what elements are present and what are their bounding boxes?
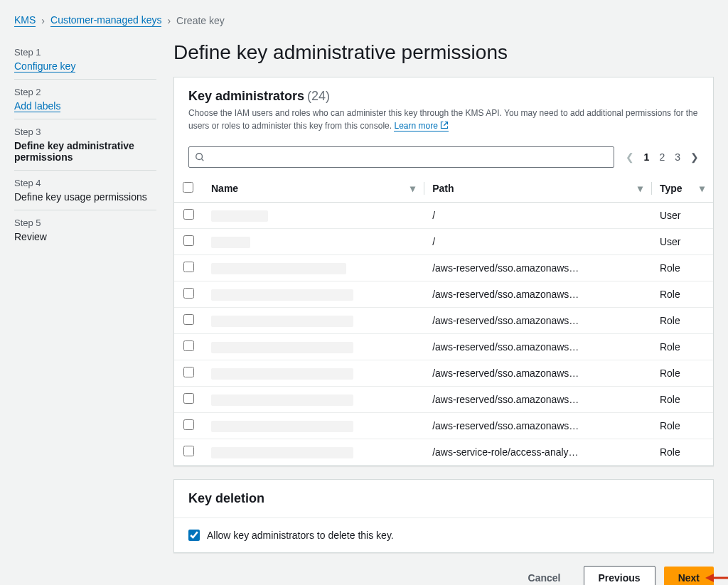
row-path: /aws-reserved/sso.amazonaws… <box>424 308 651 334</box>
row-type: Role <box>651 439 713 466</box>
step-4-title: Define key usage permissions <box>14 191 156 203</box>
row-type: Role <box>651 387 713 413</box>
table-row: /aws-reserved/sso.amazonaws…Role <box>174 334 713 360</box>
page-title: Define key administrative permissions <box>173 41 714 64</box>
row-path: / <box>424 229 651 255</box>
row-checkbox[interactable] <box>183 419 194 430</box>
row-type: Role <box>651 255 713 281</box>
wizard-steps-sidebar: Step 1 Configure key Step 2 Add labels S… <box>14 40 156 585</box>
panel-count: (24) <box>307 89 330 103</box>
row-type: Role <box>651 334 713 360</box>
step-3-label: Step 3 <box>14 127 156 137</box>
row-name-redacted <box>211 395 353 406</box>
col-path[interactable]: Path▾ <box>424 175 651 203</box>
row-checkbox[interactable] <box>183 393 194 404</box>
breadcrumb-kms[interactable]: KMS <box>14 14 36 27</box>
table-row: /aws-service-role/access-analy…Role <box>174 439 713 466</box>
cancel-button[interactable]: Cancel <box>514 567 575 585</box>
page-2[interactable]: 2 <box>659 151 665 163</box>
step-5-label: Step 5 <box>14 218 156 228</box>
row-checkbox[interactable] <box>183 367 194 377</box>
administrators-table: Name▾ Path▾ Type▾ /User/User/aws-reserve… <box>174 175 713 466</box>
step-5-title: Review <box>14 231 156 242</box>
row-type: Role <box>651 413 713 439</box>
sort-icon: ▾ <box>410 183 415 194</box>
row-path: /aws-reserved/sso.amazonaws… <box>424 387 651 413</box>
search-input-wrapper[interactable] <box>188 146 614 168</box>
chevron-right-icon: › <box>41 15 45 26</box>
pagination: ❮ 1 2 3 ❯ <box>626 151 699 163</box>
external-link-icon <box>440 121 449 129</box>
row-name-redacted <box>211 421 353 432</box>
row-name-redacted <box>211 289 353 301</box>
page-next[interactable]: ❯ <box>690 151 699 163</box>
step-1-link[interactable]: Configure key <box>14 60 75 73</box>
row-name-redacted <box>211 316 353 327</box>
row-checkbox[interactable] <box>183 209 194 220</box>
row-path: / <box>424 203 651 229</box>
row-checkbox[interactable] <box>183 340 194 351</box>
breadcrumb-cmk[interactable]: Customer-managed keys <box>50 14 161 27</box>
page-3[interactable]: 3 <box>675 151 680 163</box>
select-all-checkbox[interactable] <box>183 182 193 193</box>
row-type: User <box>651 203 713 229</box>
breadcrumb: KMS › Customer-managed keys › Create key <box>14 7 714 34</box>
row-path: /aws-reserved/sso.amazonaws… <box>424 413 651 439</box>
sort-icon: ▾ <box>700 183 705 194</box>
svg-point-0 <box>196 154 203 160</box>
search-input[interactable] <box>210 151 608 163</box>
row-type: User <box>651 229 713 255</box>
step-2-link[interactable]: Add labels <box>14 100 60 112</box>
row-checkbox[interactable] <box>183 235 194 246</box>
table-row: /User <box>174 229 713 255</box>
row-type: Role <box>651 308 713 334</box>
row-name-redacted <box>211 237 250 248</box>
row-path: /aws-reserved/sso.amazonaws… <box>424 255 651 281</box>
table-row: /aws-reserved/sso.amazonaws…Role <box>174 360 713 387</box>
step-3-title: Define key administrative permissions <box>14 140 156 163</box>
table-row: /aws-reserved/sso.amazonaws…Role <box>174 281 713 308</box>
allow-delete-label: Allow key administrators to delete this … <box>207 530 394 541</box>
col-type[interactable]: Type▾ <box>651 175 713 203</box>
row-checkbox[interactable] <box>183 262 194 272</box>
row-path: /aws-service-role/access-analy… <box>424 439 651 466</box>
table-row: /aws-reserved/sso.amazonaws…Role <box>174 387 713 413</box>
key-deletion-panel: Key deletion Allow key administrators to… <box>173 479 714 553</box>
learn-more-link[interactable]: Learn more <box>394 121 449 132</box>
table-row: /User <box>174 203 713 229</box>
chevron-right-icon: › <box>167 15 171 26</box>
table-row: /aws-reserved/sso.amazonaws…Role <box>174 308 713 334</box>
step-1-label: Step 1 <box>14 47 156 58</box>
row-type: Role <box>651 360 713 387</box>
step-2-label: Step 2 <box>14 87 156 97</box>
table-row: /aws-reserved/sso.amazonaws…Role <box>174 255 713 281</box>
svg-marker-2 <box>705 574 714 582</box>
row-type: Role <box>651 281 713 308</box>
col-name[interactable]: Name▾ <box>203 175 424 203</box>
row-name-redacted <box>211 263 346 274</box>
row-checkbox[interactable] <box>183 288 194 299</box>
page-prev[interactable]: ❮ <box>626 151 634 163</box>
page-1[interactable]: 1 <box>644 151 650 163</box>
panel-description: Choose the IAM users and roles who can a… <box>188 107 699 132</box>
row-name-redacted <box>211 210 268 222</box>
table-row: /aws-reserved/sso.amazonaws…Role <box>174 413 713 439</box>
row-path: /aws-reserved/sso.amazonaws… <box>424 360 651 387</box>
row-path: /aws-reserved/sso.amazonaws… <box>424 334 651 360</box>
footer-buttons: Cancel Previous Next <box>173 566 714 585</box>
row-checkbox[interactable] <box>183 446 194 456</box>
row-path: /aws-reserved/sso.amazonaws… <box>424 281 651 308</box>
search-icon <box>195 152 205 162</box>
key-deletion-title: Key deletion <box>188 491 699 506</box>
row-name-redacted <box>211 368 353 380</box>
row-name-redacted <box>211 447 353 458</box>
step-4-label: Step 4 <box>14 178 156 188</box>
row-checkbox[interactable] <box>183 314 194 325</box>
breadcrumb-current: Create key <box>176 15 225 26</box>
allow-delete-checkbox[interactable] <box>188 530 200 541</box>
sort-icon: ▾ <box>638 183 643 194</box>
previous-button[interactable]: Previous <box>584 566 655 585</box>
annotation-arrow-icon <box>705 571 728 585</box>
row-name-redacted <box>211 342 353 353</box>
panel-title: Key administrators <box>188 89 304 103</box>
